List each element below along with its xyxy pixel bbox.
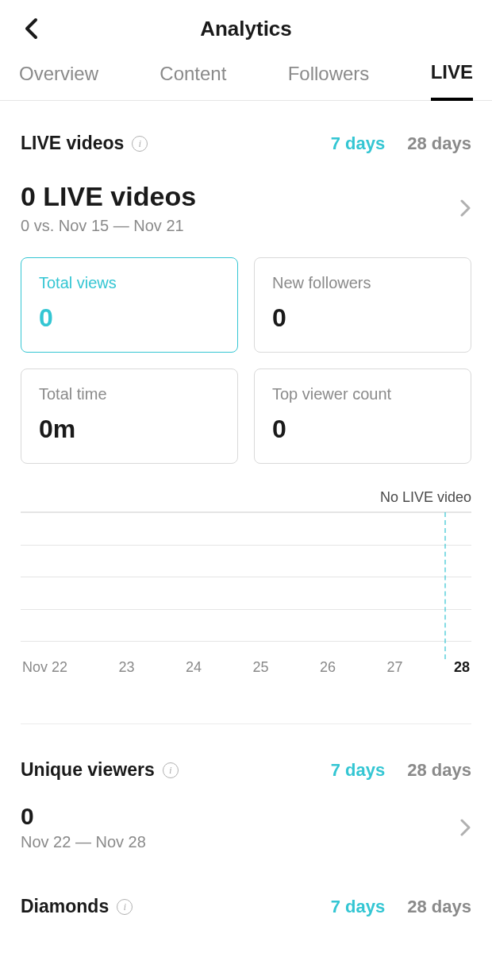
diamonds-title: Diamonds xyxy=(21,896,109,917)
card-new-followers[interactable]: New followers 0 xyxy=(254,257,471,353)
live-videos-summary-row[interactable]: 0 LIVE videos 0 vs. Nov 15 — Nov 21 xyxy=(21,181,471,235)
range-28-days[interactable]: 28 days xyxy=(407,897,471,917)
x-tick: 27 xyxy=(386,659,402,676)
info-icon[interactable]: i xyxy=(132,136,148,152)
card-label: Top viewer count xyxy=(272,385,453,403)
range-toggle: 7 days 28 days xyxy=(331,133,471,154)
info-icon[interactable]: i xyxy=(117,899,133,915)
card-total-time[interactable]: Total time 0m xyxy=(21,368,238,464)
tab-content[interactable]: Content xyxy=(160,57,226,101)
tabs-bar: Overview Content Followers LIVE xyxy=(0,57,492,101)
unique-viewers-range: Nov 22 — Nov 28 xyxy=(21,833,146,851)
unique-viewers-value: 0 xyxy=(21,803,146,830)
range-7-days[interactable]: 7 days xyxy=(331,760,386,781)
card-value: 0m xyxy=(39,415,220,444)
x-tick: Nov 22 xyxy=(22,659,67,676)
range-toggle: 7 days 28 days xyxy=(331,760,471,781)
card-value: 0 xyxy=(272,303,453,333)
tab-overview[interactable]: Overview xyxy=(19,57,98,101)
range-7-days[interactable]: 7 days xyxy=(331,897,386,917)
x-tick: 23 xyxy=(119,659,135,676)
live-videos-count: 0 LIVE videos xyxy=(21,181,196,212)
tab-followers[interactable]: Followers xyxy=(288,57,370,101)
app-header: Analytics xyxy=(0,0,492,57)
range-7-days[interactable]: 7 days xyxy=(331,133,386,154)
card-label: Total time xyxy=(39,385,220,403)
chart-marker-line xyxy=(444,512,446,659)
section-divider xyxy=(21,723,471,724)
diamonds-header: Diamonds i 7 days 28 days xyxy=(21,896,471,917)
card-label: New followers xyxy=(272,274,453,292)
range-28-days[interactable]: 28 days xyxy=(407,760,471,781)
card-label: Total views xyxy=(39,274,220,292)
card-value: 0 xyxy=(39,303,220,333)
live-videos-title: LIVE videos xyxy=(21,133,124,154)
card-total-views[interactable]: Total views 0 xyxy=(21,257,238,353)
x-tick: 26 xyxy=(320,659,336,676)
unique-viewers-header: Unique viewers i 7 days 28 days xyxy=(21,759,471,781)
chart-annotation: No LIVE video xyxy=(380,489,471,506)
x-tick: 28 xyxy=(454,659,470,676)
live-videos-header: LIVE videos i 7 days 28 days xyxy=(21,133,471,154)
metric-cards: Total views 0 New followers 0 Total time… xyxy=(21,257,471,464)
chart-grid xyxy=(21,511,471,642)
tab-live[interactable]: LIVE xyxy=(431,57,473,101)
chevron-right-icon xyxy=(460,199,471,218)
back-button[interactable] xyxy=(19,16,44,41)
live-videos-chart: No LIVE video Nov 22 23 24 25 26 27 28 xyxy=(21,511,471,676)
range-28-days[interactable]: 28 days xyxy=(407,133,471,154)
chart-x-axis: Nov 22 23 24 25 26 27 28 xyxy=(21,659,471,676)
chevron-left-icon xyxy=(24,17,40,40)
x-tick: 24 xyxy=(186,659,202,676)
page-title: Analytics xyxy=(0,17,492,41)
chevron-right-icon xyxy=(460,818,471,837)
unique-viewers-title: Unique viewers xyxy=(21,759,155,781)
unique-viewers-row[interactable]: 0 Nov 22 — Nov 28 xyxy=(21,803,471,851)
info-icon[interactable]: i xyxy=(163,762,179,778)
range-toggle: 7 days 28 days xyxy=(331,897,471,917)
card-top-viewer-count[interactable]: Top viewer count 0 xyxy=(254,368,471,464)
live-videos-compare: 0 vs. Nov 15 — Nov 21 xyxy=(21,217,196,235)
card-value: 0 xyxy=(272,415,453,444)
x-tick: 25 xyxy=(252,659,268,676)
